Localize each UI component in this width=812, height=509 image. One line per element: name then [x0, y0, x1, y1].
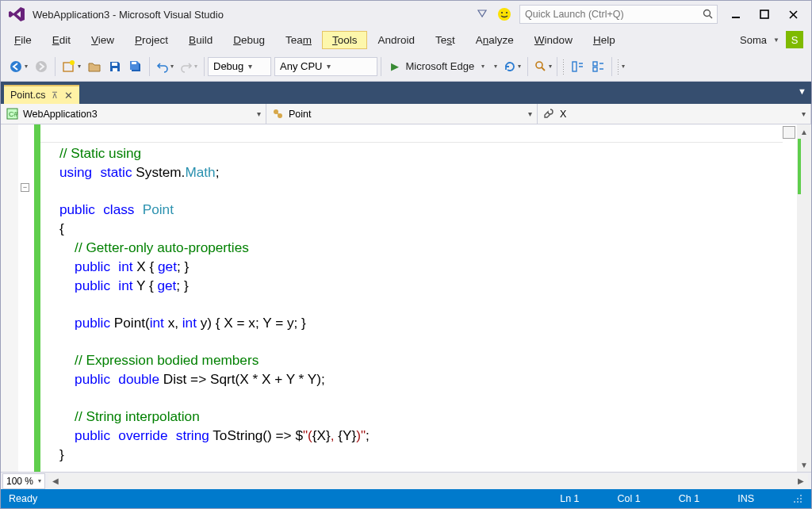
- scroll-down-icon[interactable]: ▼: [797, 457, 811, 472]
- status-ins[interactable]: INS: [737, 493, 754, 504]
- svg-point-30: [797, 501, 799, 503]
- user-area[interactable]: Soma ▼ S: [740, 31, 808, 48]
- window-title: WebApplication3 - Microsoft Visual Studi…: [33, 9, 224, 21]
- svg-rect-13: [112, 63, 117, 66]
- zoom-dropdown[interactable]: 100 %▾: [2, 473, 45, 489]
- menu-team[interactable]: Team: [275, 31, 322, 49]
- app-window: WebApplication3 - Microsoft Visual Studi…: [0, 0, 812, 509]
- svg-point-26: [800, 495, 802, 496]
- svg-point-10: [36, 61, 47, 72]
- split-editor-icon[interactable]: [783, 126, 795, 139]
- svg-rect-19: [593, 62, 597, 66]
- nav-class-dropdown[interactable]: Point ▾: [266, 104, 538, 124]
- close-button[interactable]: [779, 4, 806, 25]
- breakpoint-margin[interactable]: [1, 124, 18, 472]
- browser-refresh-button[interactable]: ▾: [500, 56, 524, 77]
- minimize-button[interactable]: [722, 4, 749, 25]
- quick-launch-input[interactable]: [520, 9, 699, 20]
- editor-footer: 100 %▾ ◀ ▶: [1, 472, 811, 489]
- save-all-button[interactable]: [125, 56, 146, 77]
- start-options-chev[interactable]: ▾: [494, 63, 497, 70]
- status-line: Ln 1: [560, 493, 579, 504]
- notifications-icon[interactable]: [477, 9, 488, 20]
- menu-debug[interactable]: Debug: [223, 31, 275, 49]
- status-ch: Ch 1: [679, 493, 699, 504]
- quick-launch[interactable]: [519, 5, 718, 24]
- menu-window[interactable]: Window: [524, 31, 583, 49]
- vertical-scrollbar[interactable]: ▲ ▼: [797, 124, 811, 472]
- scroll-left-icon[interactable]: ◀: [48, 474, 63, 488]
- menu-view[interactable]: View: [81, 31, 124, 49]
- collapse-toggle-icon[interactable]: −: [21, 183, 29, 192]
- property-icon: [542, 108, 555, 121]
- outlining-margin[interactable]: −: [18, 124, 34, 472]
- config-dropdown[interactable]: Debug▾: [208, 57, 271, 76]
- docwell-overflow-icon[interactable]: ▼: [798, 86, 806, 96]
- svg-rect-18: [573, 62, 576, 71]
- feedback-smile-icon[interactable]: [497, 7, 511, 21]
- menu-tools[interactable]: Tools: [322, 31, 368, 49]
- menu-edit[interactable]: Edit: [42, 31, 81, 49]
- undo-button[interactable]: ▾: [153, 56, 177, 77]
- svg-point-27: [797, 498, 799, 499]
- svg-point-29: [794, 501, 795, 503]
- find-in-files-button[interactable]: ▾: [531, 56, 555, 77]
- nav-forward-button[interactable]: [31, 56, 52, 77]
- user-name: Soma: [740, 34, 767, 46]
- pin-icon[interactable]: ⊼: [52, 90, 58, 101]
- svg-point-2: [506, 12, 508, 13]
- nav-project-dropdown[interactable]: C# WebApplication3 ▾: [1, 104, 266, 124]
- svg-line-4: [710, 16, 713, 19]
- step-into-button[interactable]: [567, 56, 588, 77]
- scroll-right-icon[interactable]: ▶: [794, 474, 808, 488]
- start-debug-button[interactable]: ▶ Microsoft Edge ▾: [385, 56, 491, 77]
- open-file-button[interactable]: [84, 56, 105, 77]
- search-icon[interactable]: [699, 6, 717, 23]
- titlebar-extras: [477, 7, 511, 21]
- svg-rect-15: [132, 62, 136, 64]
- nav-back-button[interactable]: ▾: [6, 56, 31, 77]
- svg-text:C#: C#: [9, 110, 18, 118]
- svg-point-0: [498, 8, 511, 21]
- redo-button[interactable]: ▾: [177, 56, 201, 77]
- menu-android[interactable]: Android: [367, 31, 425, 49]
- toolbar-grip2-icon[interactable]: [617, 59, 620, 75]
- menu-help[interactable]: Help: [583, 31, 626, 49]
- save-button[interactable]: [105, 56, 125, 77]
- titlebar: WebApplication3 - Microsoft Visual Studi…: [1, 1, 811, 28]
- menu-build[interactable]: Build: [178, 31, 223, 49]
- resize-grip-icon[interactable]: [792, 493, 803, 504]
- menu-test[interactable]: Test: [425, 31, 465, 49]
- tab-point-cs[interactable]: Point.cs ⊼ ✕: [4, 85, 79, 104]
- vs-logo-icon: [6, 3, 28, 25]
- user-avatar[interactable]: S: [786, 31, 803, 48]
- close-tab-icon[interactable]: ✕: [64, 90, 73, 101]
- maximize-button[interactable]: [751, 4, 778, 25]
- status-col: Col 1: [618, 493, 641, 504]
- scroll-up-icon[interactable]: ▲: [797, 124, 811, 139]
- toolbar: ▾ ▾ ▾ ▾ Debug▾ Any CPU▾ ▶ Microsoft Edge…: [1, 52, 811, 82]
- svg-point-3: [704, 10, 710, 17]
- toolbar-grip-icon[interactable]: [562, 59, 565, 75]
- code-area[interactable]: // Static using using static System.Math…: [40, 124, 797, 472]
- svg-rect-6: [760, 10, 768, 18]
- nav-member-dropdown[interactable]: X ▾: [538, 104, 811, 124]
- menu-file[interactable]: FFileile: [4, 31, 42, 49]
- user-dropdown-icon[interactable]: ▼: [773, 36, 779, 44]
- menu-analyze[interactable]: Analyze: [465, 31, 524, 49]
- code-editor[interactable]: − // Static using using static System.Ma…: [1, 124, 811, 472]
- svg-line-17: [542, 67, 545, 71]
- code-nav-bar: C# WebApplication3 ▾ Point ▾ X ▾: [1, 104, 811, 124]
- class-icon: [271, 108, 284, 121]
- platform-dropdown[interactable]: Any CPU▾: [274, 57, 377, 76]
- toolbar-overflow-chev[interactable]: ▾: [622, 63, 625, 70]
- svg-point-16: [536, 62, 542, 68]
- step-over-button[interactable]: [588, 56, 608, 77]
- horizontal-scrollbar[interactable]: ◀ ▶: [48, 474, 808, 488]
- new-project-button[interactable]: ▾: [59, 56, 84, 77]
- change-indicator: [34, 124, 40, 472]
- svg-point-9: [10, 61, 21, 72]
- status-ready: Ready: [9, 493, 37, 504]
- menu-project[interactable]: Project: [124, 31, 178, 49]
- window-controls: [722, 4, 806, 25]
